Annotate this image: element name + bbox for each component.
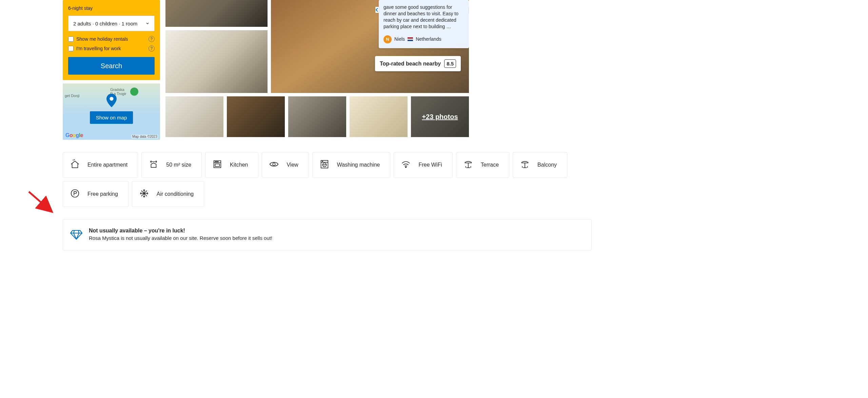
gallery-thumbnail[interactable] — [350, 96, 408, 137]
show-on-map-button[interactable]: Show on map — [90, 111, 133, 124]
review-author-country: Netherlands — [416, 36, 441, 42]
holiday-rentals-checkbox[interactable]: Show me holiday rentals ? — [68, 36, 155, 42]
work-travel-input[interactable] — [68, 46, 74, 51]
stay-length-label: 6-night stay — [68, 5, 155, 11]
annotation-arrow-icon — [27, 190, 54, 214]
house-icon — [70, 159, 80, 171]
amenity-label: View — [287, 162, 298, 168]
amenity-label: Washing machine — [337, 162, 380, 168]
amenity-kitchen: Kitchen — [205, 152, 258, 178]
search-box: 6-night stay 2 adults · 0 children · 1 r… — [63, 0, 160, 80]
work-travel-checkbox[interactable]: I'm travelling for work ? — [68, 45, 155, 52]
amenity-label: Balcony — [537, 162, 557, 168]
beach-badge-label: Top-rated beach nearby — [380, 61, 441, 67]
review-prev-button[interactable] — [375, 7, 379, 13]
banner-subtitle: Rosa Mystica is not usually available on… — [89, 235, 272, 241]
work-travel-label: I'm travelling for work — [76, 46, 121, 51]
gem-icon — [70, 228, 83, 242]
photo-gallery: gave some good suggestions for dinner an… — [165, 0, 592, 93]
amenity-ac: Air conditioning — [132, 181, 204, 207]
wifi-icon — [401, 159, 411, 171]
search-button[interactable]: Search — [68, 57, 155, 75]
help-icon[interactable]: ? — [149, 45, 155, 52]
amenity-washing: Washing machine — [312, 152, 391, 178]
guest-review-card[interactable]: gave some good suggestions for dinner an… — [379, 0, 469, 48]
gallery-thumbnail[interactable] — [227, 96, 285, 137]
svg-point-5 — [216, 162, 217, 162]
review-snippet: gave some good suggestions for dinner an… — [383, 4, 464, 30]
svg-point-4 — [215, 162, 216, 162]
svg-point-8 — [273, 163, 276, 166]
gallery-thumbnail[interactable] — [288, 96, 346, 137]
amenity-view: View — [262, 152, 309, 178]
review-avatar: N — [383, 35, 392, 43]
thumbnail-strip: +23 photos — [165, 96, 592, 137]
gallery-photo[interactable] — [165, 0, 268, 27]
map-attribution: Map data ©2023 — [132, 135, 158, 138]
amenity-balcony: Balcony — [513, 152, 567, 178]
beach-rating-badge[interactable]: Top-rated beach nearby 8.5 — [375, 56, 461, 71]
size-icon — [149, 159, 159, 171]
gallery-thumbnail-more[interactable]: +23 photos — [411, 96, 469, 137]
map-pin-icon — [106, 94, 117, 107]
amenity-parking: Free parking — [63, 181, 129, 207]
amenity-wifi: Free WiFi — [394, 152, 452, 178]
gallery-main-photo[interactable]: gave some good suggestions for dinner an… — [271, 0, 469, 93]
terrace-icon — [463, 159, 473, 171]
amenity-label: Free parking — [87, 191, 118, 197]
svg-point-13 — [406, 167, 407, 168]
map-place-label: get Donji — [65, 94, 79, 98]
more-photos-label: +23 photos — [411, 96, 469, 137]
snowflake-icon — [139, 188, 149, 200]
amenity-terrace: Terrace — [456, 152, 509, 178]
help-icon[interactable]: ? — [149, 36, 155, 42]
amenity-label: Kitchen — [230, 162, 248, 168]
beach-badge-score: 8.5 — [444, 59, 456, 68]
amenity-size: 50 m² size — [141, 152, 202, 178]
map-preview[interactable]: get Donji Gradska P a Trogir Show on map… — [63, 83, 160, 140]
washing-machine-icon — [319, 159, 330, 171]
holiday-rentals-label: Show me holiday rentals — [76, 36, 128, 42]
parking-icon — [70, 188, 80, 200]
oven-icon — [212, 159, 222, 171]
guests-select[interactable]: 2 adults · 0 children · 1 room — [68, 16, 155, 31]
amenity-label: Terrace — [481, 162, 499, 168]
balcony-icon — [520, 159, 530, 171]
svg-point-11 — [322, 161, 323, 162]
amenity-apartment: Entire apartment — [63, 152, 138, 178]
amenity-label: 50 m² size — [166, 162, 191, 168]
svg-line-0 — [29, 192, 50, 210]
svg-point-1 — [110, 97, 113, 100]
chevron-down-icon — [145, 21, 150, 26]
review-author-name: Niels — [394, 36, 405, 42]
eye-icon — [269, 159, 279, 171]
gallery-photo[interactable] — [165, 30, 268, 93]
banner-title: Not usually available – you're in luck! — [89, 228, 272, 234]
netherlands-flag-icon — [408, 37, 413, 41]
amenity-label: Entire apartment — [87, 162, 127, 168]
google-logo: Google — [65, 132, 83, 138]
holiday-rentals-input[interactable] — [68, 36, 74, 42]
amenity-label: Free WiFi — [418, 162, 442, 168]
amenities-list: Entire apartment 50 m² size Kitchen View… — [63, 152, 592, 207]
svg-point-6 — [218, 162, 218, 162]
svg-rect-7 — [215, 164, 220, 167]
guests-value: 2 adults · 0 children · 1 room — [73, 21, 137, 26]
amenity-label: Air conditioning — [157, 191, 194, 197]
map-poi-icon — [130, 88, 138, 96]
availability-banner: Not usually available – you're in luck! … — [63, 219, 592, 250]
gallery-thumbnail[interactable] — [165, 96, 223, 137]
